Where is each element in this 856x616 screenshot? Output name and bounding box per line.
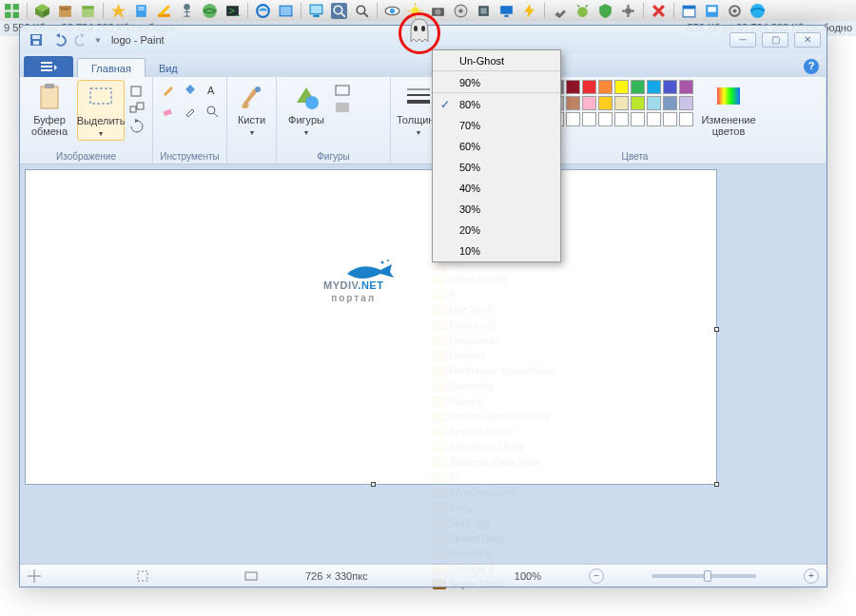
rotate-icon[interactable] [128,118,146,133]
dock-icon[interactable] [651,3,667,19]
dock-icon[interactable] [597,3,613,19]
menu-item-opacity[interactable]: 90% [433,72,560,93]
svg-rect-23 [280,6,292,16]
help-icon[interactable]: ? [804,59,819,74]
fill-icon[interactable] [181,80,200,99]
color-swatch[interactable] [566,80,580,94]
paste-button[interactable]: Буфер обмена [26,80,73,137]
color-swatch[interactable] [647,80,661,94]
menu-item-opacity[interactable]: 50% [433,157,560,178]
menu-item-opacity[interactable]: 40% [433,178,560,199]
dock-icon[interactable] [255,3,271,19]
menu-item-unghost[interactable]: Un-Ghost [433,50,560,71]
eraser-icon[interactable] [159,102,178,121]
menu-item-opacity[interactable]: 60% [433,136,560,157]
dock-icon[interactable] [354,3,370,19]
crop-icon[interactable] [128,84,146,99]
fill-shape-icon[interactable] [334,101,353,116]
file-menu-button[interactable] [24,56,73,77]
menu-item-opacity[interactable]: 70% [433,115,560,136]
color-swatch[interactable] [614,96,629,110]
dock-icon[interactable]: >_ [224,3,241,19]
maximize-button[interactable]: ▢ [762,32,788,48]
picker-icon[interactable] [181,102,200,121]
color-swatch[interactable] [663,80,677,94]
dock-icon[interactable] [430,3,446,19]
canvas[interactable] [26,170,716,484]
dock-icon[interactable] [453,3,469,19]
svg-rect-72 [41,69,52,71]
canvas-area[interactable] [20,164,827,564]
dock-icon[interactable] [521,3,537,19]
dock-icon[interactable] [620,3,636,19]
svg-marker-45 [524,4,535,18]
zoom-out-button[interactable]: − [589,568,604,584]
dock-icon[interactable] [727,3,743,19]
dock-icon[interactable] [4,3,20,19]
color-swatch[interactable] [647,96,661,110]
svg-line-29 [364,12,368,16]
menu-item-opacity[interactable]: ✓80% [433,94,560,115]
dock-icon[interactable] [202,3,218,19]
window-title: logo - Paint [111,34,165,46]
color-swatch[interactable] [631,96,645,110]
dock-icon[interactable] [80,3,96,19]
dock-icon[interactable] [278,3,294,19]
svg-rect-1 [13,4,19,10]
color-swatch[interactable] [598,96,613,110]
qat-save-icon[interactable] [26,29,47,50]
qat-undo-icon[interactable] [49,29,69,50]
dock-icon[interactable] [179,3,195,19]
zoom-in-button[interactable]: + [804,568,819,584]
dock-icon[interactable] [552,3,568,19]
color-swatch[interactable] [663,96,677,110]
dock-icon[interactable] [476,3,492,19]
brushes-button[interactable]: Кисти▾ [233,80,270,139]
dock-icon[interactable] [133,3,149,19]
dock-icon[interactable] [498,3,515,19]
color-swatch[interactable] [582,96,596,110]
shapes-button[interactable]: Фигуры▾ [282,80,330,139]
color-swatch[interactable] [679,96,693,110]
select-button[interactable]: Выделить▾ [77,80,125,141]
qat-redo-icon[interactable] [71,29,92,50]
dock-icon[interactable] [308,3,324,19]
color-swatch[interactable] [679,80,693,94]
dock-icon[interactable] [574,3,591,19]
qat-dropdown-icon[interactable]: ▼ [94,36,102,45]
dock-icon[interactable] [331,3,347,19]
dock-icon[interactable] [704,3,720,19]
color-swatch[interactable] [566,96,580,110]
text-icon[interactable]: A [203,80,222,99]
dock-icon[interactable] [110,3,126,19]
minimize-button[interactable]: ─ [730,32,756,48]
color-swatch[interactable] [631,80,645,94]
dock-icon[interactable] [384,3,400,19]
dock-icon[interactable] [156,3,172,19]
cursor-pos-icon [28,569,41,583]
dock-icon[interactable] [407,3,423,19]
color-swatch[interactable] [598,80,613,94]
close-button[interactable]: ✕ [794,32,821,48]
dock-icon[interactable] [681,3,697,19]
tab-view[interactable]: Вид [146,59,191,77]
resize-icon[interactable] [128,101,146,116]
color-swatch[interactable] [614,80,629,94]
svg-rect-25 [313,14,319,16]
zoom-icon[interactable] [203,102,222,121]
menu-item-opacity[interactable]: 20% [433,220,560,241]
menu-item-opacity[interactable]: 30% [433,199,560,220]
outline-icon[interactable] [334,84,353,99]
edit-colors-button[interactable]: Изменение цветов [698,80,759,137]
dock-icon[interactable] [57,3,73,19]
pencil-icon[interactable] [159,80,178,99]
menu-item-opacity[interactable]: 10% [433,241,560,261]
dock-icon[interactable] [749,3,766,19]
ghost-app-icon[interactable] [407,17,432,46]
svg-rect-79 [137,103,144,109]
color-swatch[interactable] [582,80,596,94]
zoom-slider[interactable] [652,574,756,578]
tab-home[interactable]: Главная [77,58,146,77]
svg-rect-59 [708,7,716,11]
dock-icon[interactable] [34,3,50,19]
